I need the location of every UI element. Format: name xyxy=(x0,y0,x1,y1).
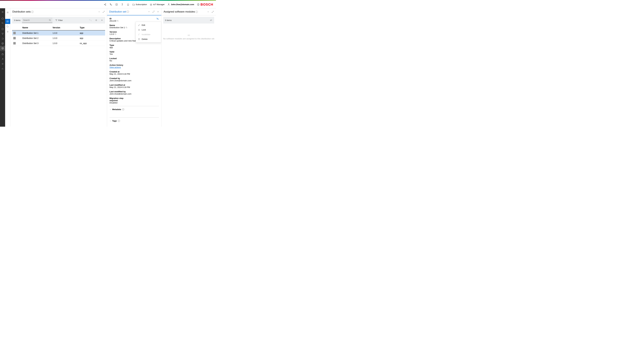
nav-filters[interactable] xyxy=(0,31,5,36)
context-menu: Edit Lock Invalidate Delete xyxy=(136,22,161,43)
cell-name: Distribution Set 2 xyxy=(22,37,52,39)
nav-targets[interactable] xyxy=(0,27,5,31)
label-created-by: Created by xyxy=(109,77,159,79)
columns-settings-icon[interactable] xyxy=(95,19,98,22)
nav-distributions[interactable] xyxy=(0,46,5,51)
cell-version: 1.0.0 xyxy=(52,42,80,45)
minimize-icon[interactable] xyxy=(207,11,209,13)
cell-name: Distribution Set 3 xyxy=(22,42,52,45)
top-bar: Subscription IoT Manager John.Doe@domain… xyxy=(0,1,216,8)
nav-jobs[interactable] xyxy=(0,52,5,57)
panel-title-detail: Distribution set i xyxy=(109,10,129,13)
menu-delete[interactable]: Delete xyxy=(136,37,161,41)
nav-rollouts[interactable] xyxy=(0,36,5,41)
assign-link-icon[interactable] xyxy=(210,19,212,22)
panel-title-list: Distribution sets i xyxy=(12,10,34,13)
empty-state: No software modules are assigned to this… xyxy=(161,24,216,127)
menu-lock[interactable]: Lock xyxy=(136,28,161,32)
info-icon[interactable]: i xyxy=(118,120,120,122)
vtab-tags[interactable] xyxy=(5,24,10,29)
value-id: 261130 xyxy=(109,20,116,22)
minimize-icon[interactable] xyxy=(98,11,100,13)
menu-invalidate: Invalidate xyxy=(136,32,161,37)
section-icon[interactable] xyxy=(121,3,124,6)
iot-manager-link[interactable]: IoT Manager xyxy=(150,3,165,6)
col-type[interactable]: Type xyxy=(80,26,105,29)
expand-icon[interactable] xyxy=(103,11,105,13)
vtab-menu[interactable] xyxy=(5,10,10,15)
cell-type: app xyxy=(80,32,105,34)
table-row[interactable]: Distribution Set 21.0.0app xyxy=(12,36,105,41)
info-icon[interactable]: i xyxy=(122,108,124,111)
section-metadata[interactable]: Metadata i xyxy=(109,108,159,111)
close-icon[interactable] xyxy=(157,11,159,13)
section-tags[interactable]: Tags i xyxy=(109,120,159,122)
panel-distribution-sets: Distribution sets i 3 items Filter xyxy=(10,8,107,127)
col-name[interactable]: Name xyxy=(22,26,52,29)
row-checkbox[interactable] xyxy=(13,42,16,45)
svg-rect-11 xyxy=(7,21,8,22)
search-input[interactable] xyxy=(23,19,49,21)
row-checkbox[interactable] xyxy=(13,37,16,39)
phone-icon[interactable] xyxy=(109,3,112,6)
share-icon[interactable] xyxy=(104,3,107,6)
info-icon[interactable]: i xyxy=(127,11,129,13)
svg-point-5 xyxy=(197,3,199,6)
label-migration: Migration step required xyxy=(109,97,128,102)
add-button[interactable] xyxy=(101,19,103,22)
value-modified-by: John.Doe@domain.com xyxy=(109,93,131,95)
row-checkbox[interactable] xyxy=(13,32,16,34)
nav-home[interactable] xyxy=(0,16,5,21)
list-table: Name Version Type Distribution Set 11.0.… xyxy=(12,24,105,46)
panel-header-detail: Distribution set i xyxy=(107,8,161,15)
book-icon[interactable] xyxy=(115,3,118,6)
svg-point-14 xyxy=(96,20,97,20)
search-input-wrap[interactable] xyxy=(22,17,52,23)
empty-icon xyxy=(187,34,190,37)
info-icon[interactable]: i xyxy=(31,11,34,13)
link-view-actions[interactable]: View actions xyxy=(109,66,121,68)
svg-rect-17 xyxy=(126,27,127,28)
tools-menu-trigger[interactable] xyxy=(156,17,159,20)
nav-reports[interactable] xyxy=(0,66,5,71)
chevron-down-icon xyxy=(109,120,111,122)
table-row[interactable]: Distribution Set 11.0.0app xyxy=(12,31,105,36)
nav-search[interactable] xyxy=(0,21,5,26)
nav-artifacts[interactable] xyxy=(0,41,5,46)
user-icon xyxy=(167,3,170,6)
vtab-table[interactable] xyxy=(5,19,10,24)
info-icon[interactable]: i xyxy=(196,11,198,13)
chevron-down-icon xyxy=(109,109,111,110)
nav-menu-toggle[interactable] xyxy=(0,10,5,14)
primary-nav xyxy=(0,8,5,127)
secondary-tabs xyxy=(5,8,10,127)
col-version[interactable]: Version xyxy=(52,26,80,29)
value-created-by: John.Doe@domain.com xyxy=(109,79,131,82)
brand-logo: BOSCH xyxy=(197,2,213,6)
menu-edit[interactable]: Edit xyxy=(136,23,161,28)
subscription-link[interactable]: Subscription xyxy=(132,3,147,6)
nav-settings[interactable] xyxy=(0,61,5,66)
copy-icon[interactable] xyxy=(117,20,119,22)
vtab-config[interactable] xyxy=(5,29,10,34)
copy-icon[interactable] xyxy=(125,27,127,29)
modules-count: 0 items xyxy=(165,19,172,21)
minimize-icon[interactable] xyxy=(148,11,150,13)
bosch-ring-icon xyxy=(197,3,200,6)
label-type: Type xyxy=(109,44,159,46)
expand-icon[interactable] xyxy=(152,11,155,13)
user-link[interactable]: John.Doe@domain.com xyxy=(167,3,194,6)
svg-rect-16 xyxy=(117,20,118,21)
nav-users[interactable] xyxy=(0,57,5,61)
bell-icon[interactable] xyxy=(127,3,130,6)
svg-point-9 xyxy=(2,58,3,59)
panel-software-modules: Assigned software modules i 0 items No s… xyxy=(161,8,216,127)
table-row[interactable]: Distribution Set 31.0.0os_app xyxy=(12,41,105,46)
brand-text: BOSCH xyxy=(201,2,213,6)
label-modified-at: Last modified at xyxy=(109,84,159,86)
expand-icon[interactable] xyxy=(211,11,214,13)
label-action-history: Action history xyxy=(109,64,159,66)
filter-button[interactable]: Filter xyxy=(54,19,64,21)
cell-name: Distribution Set 1 xyxy=(22,32,52,34)
copy-icon[interactable] xyxy=(115,33,117,35)
